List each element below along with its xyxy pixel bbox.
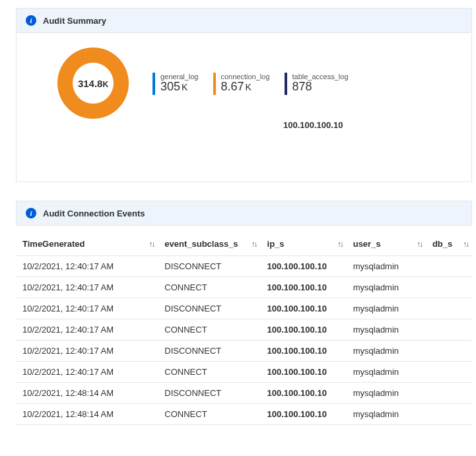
cell-subclass: DISCONNECT: [158, 256, 260, 277]
donut-chart: 314.8K: [51, 48, 135, 119]
col-header-subclass[interactable]: event_subclass_s↑↓: [158, 232, 260, 256]
cell-time: 10/2/2021, 12:48:14 AM: [16, 404, 158, 425]
cell-subclass: CONNECT: [158, 362, 260, 383]
table-row[interactable]: 10/2/2021, 12:40:17 AMCONNECT100.100.100…: [16, 319, 472, 341]
table-row[interactable]: 10/2/2021, 12:40:17 AMCONNECT100.100.100…: [16, 277, 472, 298]
sort-icon[interactable]: ↑↓: [463, 240, 468, 249]
metric-unit: K: [246, 82, 252, 92]
cell-subclass: DISCONNECT: [158, 341, 260, 362]
metric-table-access-log: table_access_log 878: [285, 73, 349, 95]
col-header-time[interactable]: TimeGenerated↑↓: [16, 232, 158, 256]
cell-ip: 100.100.100.10: [261, 362, 347, 383]
donut-center: 314.8K: [73, 63, 114, 104]
metric-connection-log: connection_log 8.67K: [213, 73, 270, 95]
cell-subclass: CONNECT: [158, 319, 260, 341]
donut-unit: K: [102, 80, 108, 89]
cell-ip: 100.100.100.10: [261, 404, 347, 425]
cell-db: [426, 277, 472, 298]
cell-ip: 100.100.100.10: [261, 277, 347, 298]
cell-ip: 100.100.100.10: [261, 341, 347, 362]
metric-unit: K: [182, 82, 187, 92]
audit-summary-header: i Audit Summary: [16, 8, 472, 33]
cell-time: 10/2/2021, 12:48:14 AM: [16, 383, 158, 404]
col-header-label: TimeGenerated: [22, 239, 85, 249]
table-row[interactable]: 10/2/2021, 12:40:17 AMDISCONNECT100.100.…: [16, 298, 472, 319]
col-header-label: event_subclass_s: [164, 239, 238, 249]
table-row[interactable]: 10/2/2021, 12:48:14 AMDISCONNECT100.100.…: [16, 383, 472, 404]
summary-extra-ip: 100.100.100.10: [283, 120, 343, 130]
cell-subclass: CONNECT: [158, 404, 260, 425]
sort-icon[interactable]: ↑↓: [252, 240, 257, 249]
metric-general-log: general_log 305K: [153, 73, 199, 95]
cell-time: 10/2/2021, 12:40:17 AM: [16, 277, 158, 298]
connection-events-header: i Audit Connection Events: [16, 201, 472, 226]
donut-total: 314.8: [78, 78, 103, 89]
cell-time: 10/2/2021, 12:40:17 AM: [16, 319, 158, 341]
cell-user: mysqladmin: [347, 341, 426, 362]
cell-user: mysqladmin: [347, 298, 426, 319]
cell-db: [426, 298, 472, 319]
info-icon: i: [26, 15, 36, 26]
cell-user: mysqladmin: [347, 319, 426, 341]
cell-subclass: CONNECT: [158, 277, 260, 298]
cell-ip: 100.100.100.10: [261, 383, 347, 404]
bar-icon: [213, 73, 216, 95]
table-header-row: TimeGenerated↑↓ event_subclass_s↑↓ ip_s↑…: [16, 232, 472, 256]
sort-icon[interactable]: ↑↓: [337, 240, 343, 249]
cell-subclass: DISCONNECT: [158, 383, 260, 404]
cell-ip: 100.100.100.10: [261, 319, 347, 341]
col-header-ip[interactable]: ip_s↑↓: [261, 232, 347, 256]
cell-user: mysqladmin: [347, 404, 426, 425]
table-row[interactable]: 10/2/2021, 12:40:17 AMDISCONNECT100.100.…: [16, 341, 472, 362]
table-row[interactable]: 10/2/2021, 12:40:17 AMCONNECT100.100.100…: [16, 362, 472, 383]
cell-user: mysqladmin: [347, 256, 426, 277]
sort-icon[interactable]: ↑↓: [149, 240, 154, 249]
cell-ip: 100.100.100.10: [261, 256, 347, 277]
cell-user: mysqladmin: [347, 383, 426, 404]
cell-user: mysqladmin: [347, 277, 426, 298]
cell-db: [426, 341, 472, 362]
sort-icon[interactable]: ↑↓: [417, 240, 422, 249]
table-row[interactable]: 10/2/2021, 12:40:17 AMDISCONNECT100.100.…: [16, 256, 472, 277]
table-row[interactable]: 10/2/2021, 12:48:14 AMCONNECT100.100.100…: [16, 404, 472, 425]
metric-value: 878: [292, 80, 312, 93]
cell-db: [426, 383, 472, 404]
cell-db: [426, 256, 472, 277]
bar-icon: [153, 73, 155, 95]
col-header-db[interactable]: db_s↑↓: [426, 232, 472, 256]
cell-db: [426, 319, 472, 341]
cell-time: 10/2/2021, 12:40:17 AM: [16, 298, 158, 319]
cell-db: [426, 404, 472, 425]
cell-ip: 100.100.100.10: [261, 298, 347, 319]
panel-title: Audit Connection Events: [43, 209, 145, 218]
info-icon: i: [26, 208, 36, 218]
cell-db: [426, 362, 472, 383]
col-header-label: ip_s: [267, 239, 285, 249]
cell-time: 10/2/2021, 12:40:17 AM: [16, 256, 158, 277]
cell-time: 10/2/2021, 12:40:17 AM: [16, 341, 158, 362]
summary-metrics: general_log 305K connection_log 8.67K ta…: [153, 73, 349, 95]
audit-summary-body: 314.8K general_log 305K connection_log 8…: [16, 33, 472, 182]
connection-events-table: TimeGenerated↑↓ event_subclass_s↑↓ ip_s↑…: [16, 232, 472, 425]
metric-value: 8.67: [221, 80, 244, 93]
cell-user: mysqladmin: [347, 362, 426, 383]
cell-time: 10/2/2021, 12:40:17 AM: [16, 362, 158, 383]
bar-icon: [285, 73, 287, 95]
cell-subclass: DISCONNECT: [158, 298, 260, 319]
col-header-user[interactable]: user_s↑↓: [347, 232, 426, 256]
col-header-label: user_s: [353, 239, 381, 249]
metric-value: 305: [160, 80, 180, 93]
panel-title: Audit Summary: [43, 16, 106, 26]
col-header-label: db_s: [432, 239, 452, 249]
